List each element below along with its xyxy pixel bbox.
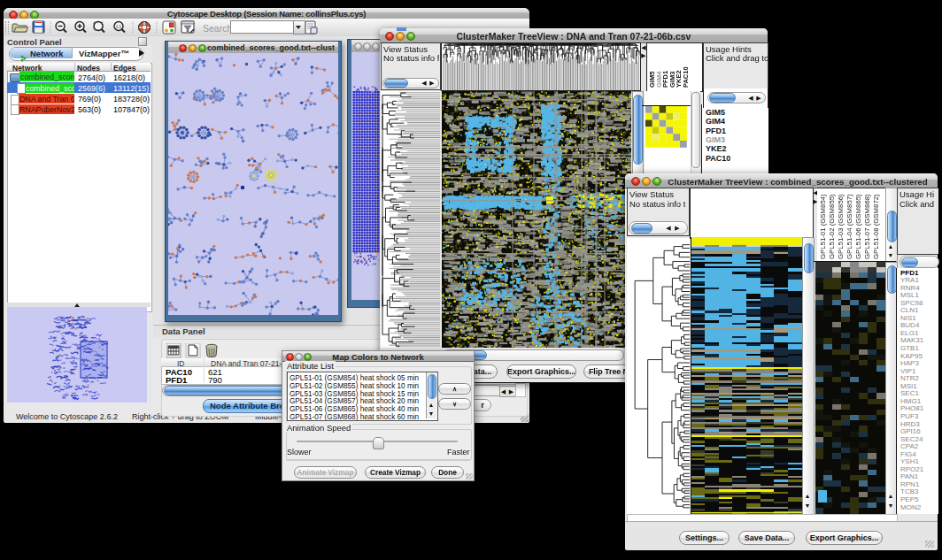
svg-text:1:1: 1:1	[116, 25, 122, 29]
